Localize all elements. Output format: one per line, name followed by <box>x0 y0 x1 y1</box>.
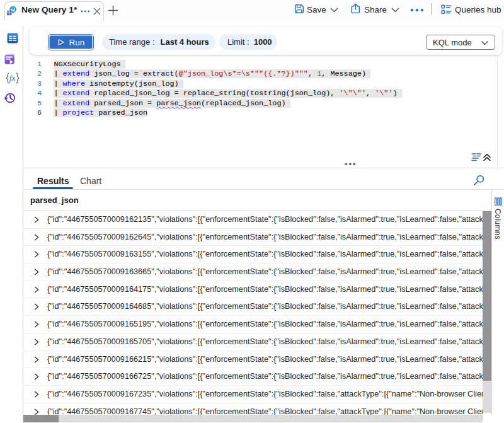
svg-text:fx: fx <box>9 73 16 83</box>
